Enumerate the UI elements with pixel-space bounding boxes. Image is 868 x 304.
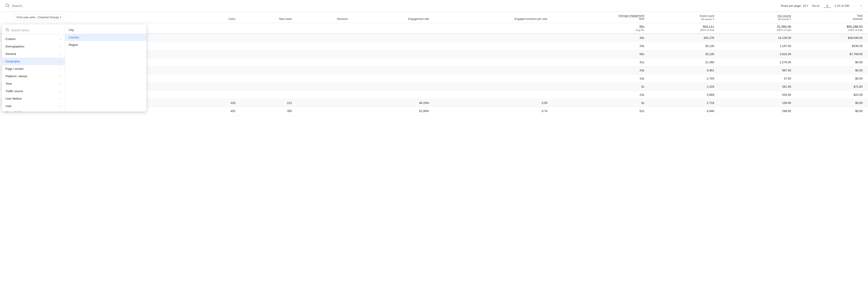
menu-item-page-screen-chevron: › [60,68,61,70]
menu-item-time-chevron: › [60,82,61,85]
menu-item-general-label: General [5,52,16,56]
menu-item-page-screen[interactable]: Page / screen › [2,65,65,72]
row-3-new-users [238,50,295,58]
dimension-dropdown-button[interactable]: First user prim...Channel Group) ▾ [14,14,64,21]
row-9-event-count: 2,718 [647,99,717,107]
menu-item-user-lifetime[interactable]: User lifetime › [2,95,65,102]
row-1-total-revenue: $39,048.93 [794,34,868,42]
col-dimension[interactable]: First user prim...Channel Group) ▾ [11,12,182,23]
row-10-event-count: 6,946 [647,107,717,115]
row-9-engagement-rate: 46.19% [350,99,432,107]
page-range: 1-10 of 330 [835,4,849,7]
col-key-events: Key events All events ▾ [717,12,794,23]
menu-item-platform-device-chevron: › [60,75,61,78]
menu-item-traffic-source-label: Traffic source [5,90,23,93]
row-1-sessions [294,34,350,42]
svg-line-3 [8,31,8,31]
row-8-users [182,91,238,99]
row-7-users [182,83,238,91]
submenu-item-country[interactable]: Country [65,34,147,41]
row-3-total-revenue: $7,769.00 [794,50,868,58]
row-7-new-users [238,83,295,91]
menu-item-user-label: User [5,104,11,108]
row-9-users: 420 [182,99,238,107]
row-10-engaged-sessions: 0.74 [432,107,550,115]
col-num [0,12,11,23]
rows-per-page-select[interactable]: 10 ▾ [803,4,808,7]
row-6-total-revenue: $0.00 [794,74,868,83]
row-10-engagement-rate: 52.08% [350,107,432,115]
row-5-new-users [238,66,295,74]
row-4-sessions [294,58,350,66]
row-5-engagement-rate [350,66,432,74]
summary-event-count: 504,111 100% of total [647,23,717,34]
dropdown-right-panel: City Country Region [65,24,147,111]
menu-item-traffic-source[interactable]: Traffic source › [2,88,65,95]
row-4-key-events: 1,276.00 [717,58,794,66]
row-9-sessions [294,99,350,107]
row-9-engaged-sessions: 0.50 [432,99,550,107]
row-7-sessions [294,83,350,91]
col-sessions: Sessions [294,12,350,23]
row-6-avg-engagement: 10s [550,74,647,83]
row-8-sessions [294,91,350,99]
row-1-event-count: 302,276 [647,34,717,42]
row-3-sessions [294,50,350,58]
summary-avg-engagement: 35s Avg 0% [550,23,647,34]
menu-item-geography[interactable]: Geography › [2,58,65,65]
submenu-item-country-label: Country [69,36,79,39]
row-6-engagement-rate [350,74,432,83]
menu-item-demographics-chevron: › [60,45,61,48]
row-6-event-count: 2,703 [647,74,717,83]
row-10-total-revenue: $0.00 [794,107,868,115]
row-9-avg-engagement: 5s [550,99,647,107]
row-6-users [182,74,238,83]
menu-item-platform-device[interactable]: Platform / device › [2,72,65,80]
row-3-users [182,50,238,58]
row-4-avg-engagement: 41s [550,58,647,66]
col-event-count: Event count All events ▾ [647,12,717,23]
menu-item-demographics-label: Demographics [5,45,24,48]
row-9-new-users: 212 [238,99,295,107]
menu-item-custom[interactable]: Custom › [2,35,65,43]
row-7-engaged-sessions [432,83,550,91]
row-7-engagement-rate [350,83,432,91]
dropdown-left-panel: Custom › Demographics › General › Geogra… [2,24,65,111]
row-5-avg-engagement: 24s [550,66,647,74]
summary-engaged-sessions [432,23,550,34]
row-8-total-revenue: $22.00 [794,91,868,99]
submenu-item-region[interactable]: Region [65,41,147,48]
goto-input[interactable] [824,4,831,8]
menu-item-time[interactable]: Time › [2,80,65,88]
row-2-engagement-rate [350,42,432,50]
menu-item-page-screen-label: Page / screen [5,67,24,70]
row-8-new-users [238,91,295,99]
rows-per-page: Rows per page: 10 ▾ [781,4,809,7]
row-4-new-users [238,58,295,66]
table-container: Custom › Demographics › General › Geogra… [0,12,868,115]
rows-per-page-label: Rows per page: [781,4,802,7]
row-5-key-events: 987.00 [717,66,794,74]
row-1-new-users [238,34,295,42]
submenu-item-city[interactable]: City [65,26,147,34]
row-6-engaged-sessions [432,74,550,83]
col-engaged-sessions-per-user: Engaged sessions per user [432,12,550,23]
row-8-key-events: 543.00 [717,91,794,99]
row-2-total-revenue: $239.20 [794,42,868,50]
next-page-button[interactable]: › [860,3,863,9]
row-2-engaged-sessions [432,42,550,50]
menu-item-custom-chevron: › [60,38,61,40]
col-users: Users [182,12,238,23]
row-2-event-count: 26,120 [647,42,717,50]
row-7-avg-engagement: 2s [550,83,647,91]
row-10-avg-engagement: 52s [550,107,647,115]
menu-item-user[interactable]: User › [2,102,65,110]
row-3-engagement-rate [350,50,432,58]
menu-item-demographics[interactable]: Demographics › [2,43,65,50]
dropdown-search-input[interactable] [11,29,61,32]
row-4-engagement-rate [350,58,432,66]
row-10-sessions [294,107,350,115]
search-input[interactable] [12,4,781,8]
menu-item-general[interactable]: General › [2,50,65,58]
prev-page-button[interactable]: ‹ [853,3,856,9]
